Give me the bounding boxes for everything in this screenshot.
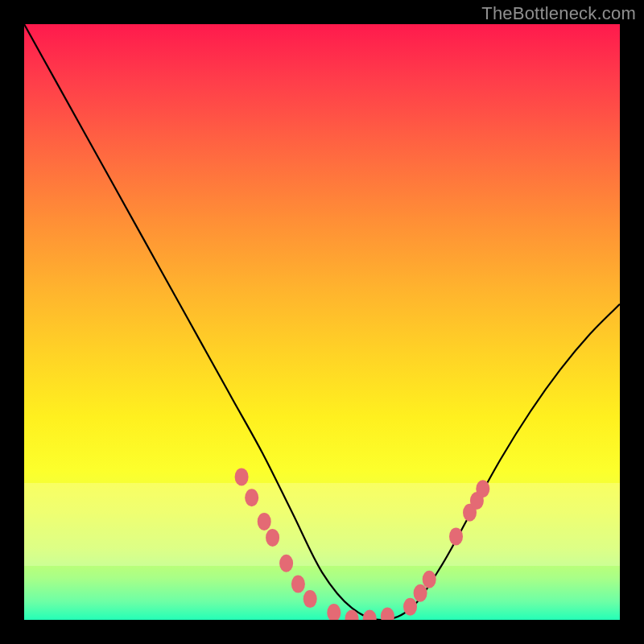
marker-dot [476,480,489,497]
marker-dot [245,489,258,506]
marker-dot [363,610,377,620]
plot-area [24,24,620,620]
chart-frame: TheBottleneck.com [0,0,644,644]
bottleneck-curve [24,24,620,620]
curve-layer [24,24,620,620]
marker-dot [258,513,271,530]
marker-dot [449,527,463,545]
marker-group [235,468,490,620]
marker-dot [303,590,317,608]
marker-dot [327,604,341,620]
marker-dot [414,584,427,602]
marker-dot [423,571,436,588]
marker-dot [266,529,279,547]
marker-dot [235,468,249,485]
watermark-text: TheBottleneck.com [481,3,636,24]
marker-dot [403,598,417,616]
marker-dot [381,608,394,620]
marker-dot [279,555,293,572]
marker-dot [291,576,305,593]
